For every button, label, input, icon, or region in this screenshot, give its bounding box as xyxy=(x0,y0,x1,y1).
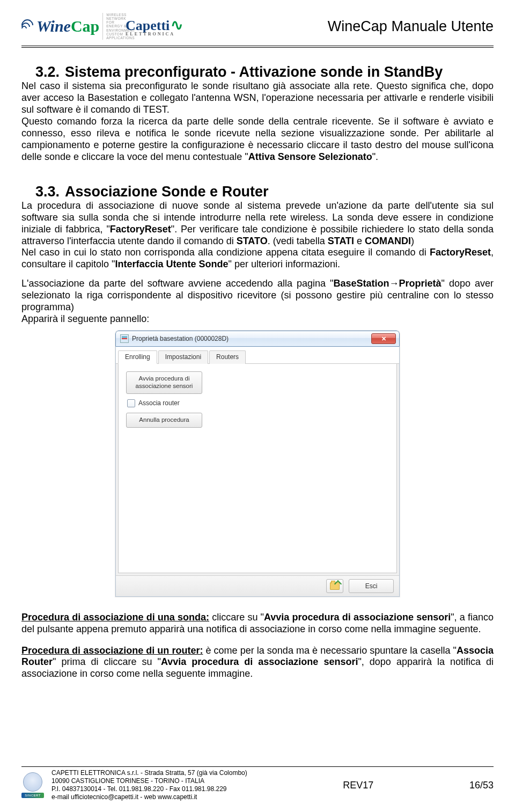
window-body: Enrolling Impostazioni Routers Avvia pro… xyxy=(115,347,400,596)
section-3-3-para-1: La procedura di associazione di nuove so… xyxy=(21,200,494,247)
tab-routers[interactable]: Routers xyxy=(209,350,246,364)
section-3-3-para-1b: Nel caso in cui lo stato non corrisponda… xyxy=(21,247,494,270)
page-header: WineCap WIRELESS NETWORK FOR ENERGY & EN… xyxy=(21,12,494,43)
associate-router-label: Associa router xyxy=(138,399,180,407)
associate-router-checkbox[interactable] xyxy=(127,399,135,407)
section-3-2-para-2: Questo comando forza la ricerca da parte… xyxy=(21,116,494,163)
window-close-button[interactable]: ✕ xyxy=(371,333,396,344)
footer-page-number: 16/53 xyxy=(469,780,494,791)
procedure-sonda: Procedura di associazione di una sonda: … xyxy=(21,612,494,635)
window-title: Proprietà basestation (0000028D) xyxy=(132,335,229,342)
section-3-2-number: 3.2. xyxy=(35,64,60,80)
capetti-logo: Capetti∿ ELETTRONICA xyxy=(126,16,183,36)
section-3-3-heading: 3.3.Associazione Sonde e Router xyxy=(21,184,494,200)
document-title: WineCap Manuale Utente xyxy=(328,18,494,35)
page-footer: SINCERT CAPETTI ELETTRONICA s.r.l. - Str… xyxy=(21,766,494,801)
associate-router-row[interactable]: Associa router xyxy=(127,399,389,407)
footer-left: SINCERT CAPETTI ELETTRONICA s.r.l. - Str… xyxy=(21,769,247,801)
winecap-logo-text2: Cap xyxy=(71,18,99,34)
footer-revision: REV17 xyxy=(343,780,373,791)
footer-addr-3: P.I. 04837130014 - Tel. 011.981.98.220 -… xyxy=(52,785,247,793)
folder-up-icon xyxy=(330,582,340,590)
tab-enrolling[interactable]: Enrolling xyxy=(118,350,157,364)
section-3-3: 3.3.Associazione Sonde e Router La proce… xyxy=(21,184,494,326)
footer-addr-2: 10090 CASTIGLIONE TORINESE - TORINO - IT… xyxy=(52,777,247,785)
section-3-2-para-1: Nel caso il sistema sia preconfigurato l… xyxy=(21,81,494,116)
section-3-3-para-2b: Apparirà il seguente pannello: xyxy=(21,313,494,325)
section-3-3-title: Associazione Sonde e Router xyxy=(65,184,269,200)
section-3-2-heading: 3.2.Sistema preconfigurato - Attivazione… xyxy=(21,64,494,81)
seal-icon xyxy=(23,772,42,792)
winecap-logo: WineCap WIRELESS NETWORK FOR ENERGY & EN… xyxy=(21,12,118,40)
footer-addr-1: CAPETTI ELETTRONICA s.r.l. - Strada Stra… xyxy=(52,769,247,777)
section-3-3-number: 3.3. xyxy=(35,184,60,200)
tab-strip: Enrolling Impostazioni Routers xyxy=(116,347,399,364)
window-icon xyxy=(120,334,129,343)
footer-address: CAPETTI ELETTRONICA s.r.l. - Strada Stra… xyxy=(52,769,247,801)
window-titlebar[interactable]: Proprietà basestation (0000028D) ✕ xyxy=(115,331,400,347)
exit-button[interactable]: Esci xyxy=(349,579,394,593)
section-3-3-para-2: L'associazione da parte del software avv… xyxy=(21,278,494,313)
basestation-properties-window: Proprietà basestation (0000028D) ✕ Enrol… xyxy=(115,331,400,596)
capetti-logo-text: Capetti xyxy=(126,18,170,33)
footer-addr-4: e-mail ufficiotecnico@capetti.it - web w… xyxy=(52,793,247,801)
sincert-badge: SINCERT xyxy=(21,793,44,798)
header-rule xyxy=(21,46,494,48)
start-association-button[interactable]: Avvia procedura di associazione sensori xyxy=(126,371,202,394)
winecap-logo-text1: Wine xyxy=(36,18,71,34)
capetti-logo-sub: ELETTRONICA xyxy=(126,32,183,36)
header-logos: WineCap WIRELESS NETWORK FOR ENERGY & EN… xyxy=(21,12,183,40)
exit-button-label: Esci xyxy=(365,582,378,590)
window-footer: Esci xyxy=(116,575,399,596)
tab-pane-enrolling: Avvia procedura di associazione sensori … xyxy=(118,364,397,573)
close-icon: ✕ xyxy=(381,335,386,342)
pulse-icon: ∿ xyxy=(171,17,183,33)
procedure-notes: Procedura di associazione di una sonda: … xyxy=(21,612,494,681)
wifi-icon xyxy=(21,18,35,32)
tab-impostazioni[interactable]: Impostazioni xyxy=(158,350,208,364)
cancel-procedure-button[interactable]: Annulla procedura xyxy=(126,413,202,428)
footer-rule xyxy=(21,766,494,767)
section-3-2-title: Sistema preconfigurato - Attivazione son… xyxy=(65,64,443,80)
procedure-router: Procedura di associazione di un router: … xyxy=(21,645,494,681)
open-folder-button[interactable] xyxy=(326,579,343,593)
dialog-screenshot: Proprietà basestation (0000028D) ✕ Enrol… xyxy=(21,331,494,596)
certification-seals: SINCERT xyxy=(21,772,44,798)
section-3-2: 3.2.Sistema preconfigurato - Attivazione… xyxy=(21,64,494,163)
